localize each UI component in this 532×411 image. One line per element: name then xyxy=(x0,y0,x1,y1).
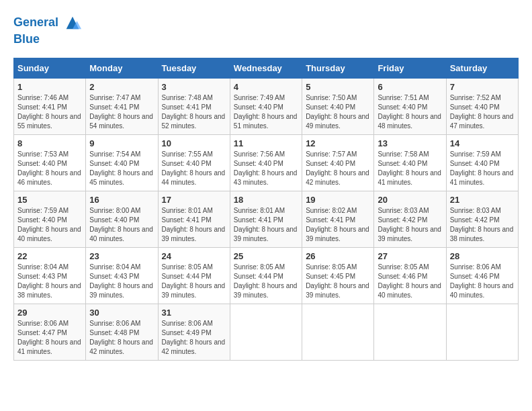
calendar-cell: 2 Sunrise: 7:47 AM Sunset: 4:41 PM Dayli… xyxy=(86,78,158,134)
day-info: Sunrise: 7:51 AM Sunset: 4:40 PM Dayligh… xyxy=(378,93,442,131)
calendar-cell: 19 Sunrise: 8:02 AM Sunset: 4:41 PM Dayl… xyxy=(302,191,374,247)
day-info: Sunrise: 7:48 AM Sunset: 4:41 PM Dayligh… xyxy=(162,93,226,131)
day-number: 2 xyxy=(89,82,154,92)
calendar-cell: 26 Sunrise: 8:05 AM Sunset: 4:45 PM Dayl… xyxy=(302,247,374,304)
calendar-cell: 31 Sunrise: 8:06 AM Sunset: 4:49 PM Dayl… xyxy=(158,304,230,360)
calendar-cell: 1 Sunrise: 7:46 AM Sunset: 4:41 PM Dayli… xyxy=(14,78,86,134)
day-number: 13 xyxy=(378,138,442,148)
calendar-cell: 14 Sunrise: 7:59 AM Sunset: 4:40 PM Dayl… xyxy=(446,134,518,191)
calendar-cell: 10 Sunrise: 7:55 AM Sunset: 4:40 PM Dayl… xyxy=(158,134,230,191)
day-info: Sunrise: 8:06 AM Sunset: 4:49 PM Dayligh… xyxy=(162,319,226,357)
calendar-cell: 25 Sunrise: 8:05 AM Sunset: 4:44 PM Dayl… xyxy=(230,247,302,304)
day-info: Sunrise: 8:03 AM Sunset: 4:42 PM Dayligh… xyxy=(378,206,442,244)
day-number: 7 xyxy=(450,82,515,92)
day-info: Sunrise: 8:05 AM Sunset: 4:44 PM Dayligh… xyxy=(234,263,298,300)
calendar-cell: 11 Sunrise: 7:56 AM Sunset: 4:40 PM Dayl… xyxy=(230,134,302,191)
day-info: Sunrise: 7:46 AM Sunset: 4:41 PM Dayligh… xyxy=(17,93,82,131)
weekday-header-row: SundayMondayTuesdayWednesdayThursdayFrid… xyxy=(14,58,519,78)
day-info: Sunrise: 8:05 AM Sunset: 4:46 PM Dayligh… xyxy=(378,263,442,300)
day-number: 30 xyxy=(89,308,154,318)
day-number: 20 xyxy=(378,195,442,205)
calendar-cell: 22 Sunrise: 8:04 AM Sunset: 4:43 PM Dayl… xyxy=(14,247,86,304)
calendar-cell: 30 Sunrise: 8:06 AM Sunset: 4:48 PM Dayl… xyxy=(86,304,158,360)
weekday-header: Wednesday xyxy=(230,58,302,78)
day-number: 21 xyxy=(450,195,515,205)
calendar-cell: 12 Sunrise: 7:57 AM Sunset: 4:40 PM Dayl… xyxy=(302,134,374,191)
calendar-cell: 16 Sunrise: 8:00 AM Sunset: 4:40 PM Dayl… xyxy=(86,191,158,247)
day-info: Sunrise: 8:05 AM Sunset: 4:44 PM Dayligh… xyxy=(162,263,226,300)
day-info: Sunrise: 7:59 AM Sunset: 4:40 PM Dayligh… xyxy=(17,206,82,244)
day-number: 25 xyxy=(234,251,298,261)
day-info: Sunrise: 7:59 AM Sunset: 4:40 PM Dayligh… xyxy=(450,150,515,187)
day-number: 8 xyxy=(17,138,82,148)
calendar-week-row: 8 Sunrise: 7:53 AM Sunset: 4:40 PM Dayli… xyxy=(14,134,519,191)
calendar-cell: 20 Sunrise: 8:03 AM Sunset: 4:42 PM Dayl… xyxy=(374,191,446,247)
day-number: 9 xyxy=(89,138,154,148)
day-info: Sunrise: 8:00 AM Sunset: 4:40 PM Dayligh… xyxy=(89,206,154,244)
calendar-cell: 15 Sunrise: 7:59 AM Sunset: 4:40 PM Dayl… xyxy=(14,191,86,247)
day-number: 26 xyxy=(306,251,370,261)
calendar-cell: 24 Sunrise: 8:05 AM Sunset: 4:44 PM Dayl… xyxy=(158,247,230,304)
day-info: Sunrise: 8:03 AM Sunset: 4:42 PM Dayligh… xyxy=(450,206,515,244)
calendar-table: SundayMondayTuesdayWednesdayThursdayFrid… xyxy=(13,58,519,361)
day-info: Sunrise: 7:56 AM Sunset: 4:40 PM Dayligh… xyxy=(234,150,298,187)
calendar-cell xyxy=(446,304,518,360)
day-info: Sunrise: 7:54 AM Sunset: 4:40 PM Dayligh… xyxy=(89,150,154,187)
weekday-header: Tuesday xyxy=(158,58,230,78)
calendar-cell: 6 Sunrise: 7:51 AM Sunset: 4:40 PM Dayli… xyxy=(374,78,446,134)
calendar-cell: 8 Sunrise: 7:53 AM Sunset: 4:40 PM Dayli… xyxy=(14,134,86,191)
day-number: 22 xyxy=(17,251,82,261)
calendar-cell: 5 Sunrise: 7:50 AM Sunset: 4:40 PM Dayli… xyxy=(302,78,374,134)
calendar-week-row: 15 Sunrise: 7:59 AM Sunset: 4:40 PM Dayl… xyxy=(14,191,519,247)
day-info: Sunrise: 8:04 AM Sunset: 4:43 PM Dayligh… xyxy=(89,263,154,300)
weekday-header: Sunday xyxy=(14,58,86,78)
weekday-header: Saturday xyxy=(446,58,518,78)
day-number: 5 xyxy=(306,82,370,92)
calendar-cell: 4 Sunrise: 7:49 AM Sunset: 4:40 PM Dayli… xyxy=(230,78,302,134)
calendar-cell: 3 Sunrise: 7:48 AM Sunset: 4:41 PM Dayli… xyxy=(158,78,230,134)
calendar-cell xyxy=(230,304,302,360)
calendar-cell: 28 Sunrise: 8:06 AM Sunset: 4:46 PM Dayl… xyxy=(446,247,518,304)
day-info: Sunrise: 8:05 AM Sunset: 4:45 PM Dayligh… xyxy=(306,263,370,300)
day-info: Sunrise: 7:49 AM Sunset: 4:40 PM Dayligh… xyxy=(234,93,298,131)
calendar-cell: 17 Sunrise: 8:01 AM Sunset: 4:41 PM Dayl… xyxy=(158,191,230,247)
day-info: Sunrise: 7:47 AM Sunset: 4:41 PM Dayligh… xyxy=(89,93,154,131)
day-info: Sunrise: 8:06 AM Sunset: 4:47 PM Dayligh… xyxy=(17,319,82,357)
day-number: 14 xyxy=(450,138,515,148)
day-number: 3 xyxy=(162,82,226,92)
day-number: 18 xyxy=(234,195,298,205)
day-number: 19 xyxy=(306,195,370,205)
day-info: Sunrise: 7:55 AM Sunset: 4:40 PM Dayligh… xyxy=(162,150,226,187)
calendar-cell: 23 Sunrise: 8:04 AM Sunset: 4:43 PM Dayl… xyxy=(86,247,158,304)
day-info: Sunrise: 8:01 AM Sunset: 4:41 PM Dayligh… xyxy=(162,206,226,244)
day-number: 11 xyxy=(234,138,298,148)
calendar-week-row: 29 Sunrise: 8:06 AM Sunset: 4:47 PM Dayl… xyxy=(14,304,519,360)
day-info: Sunrise: 8:06 AM Sunset: 4:48 PM Dayligh… xyxy=(89,319,154,357)
day-number: 15 xyxy=(17,195,82,205)
logo-text2: Blue xyxy=(13,32,82,47)
weekday-header: Friday xyxy=(374,58,446,78)
day-number: 29 xyxy=(17,308,82,318)
day-info: Sunrise: 8:02 AM Sunset: 4:41 PM Dayligh… xyxy=(306,206,370,244)
day-number: 6 xyxy=(378,82,442,92)
day-number: 16 xyxy=(89,195,154,205)
weekday-header: Monday xyxy=(86,58,158,78)
day-number: 12 xyxy=(306,138,370,148)
calendar-cell xyxy=(302,304,374,360)
day-info: Sunrise: 7:50 AM Sunset: 4:40 PM Dayligh… xyxy=(306,93,370,131)
day-number: 28 xyxy=(450,251,515,261)
day-number: 17 xyxy=(162,195,226,205)
weekday-header: Thursday xyxy=(302,58,374,78)
day-number: 4 xyxy=(234,82,298,92)
day-info: Sunrise: 7:57 AM Sunset: 4:40 PM Dayligh… xyxy=(306,150,370,187)
day-info: Sunrise: 8:06 AM Sunset: 4:46 PM Dayligh… xyxy=(450,263,515,300)
calendar-cell: 13 Sunrise: 7:58 AM Sunset: 4:40 PM Dayl… xyxy=(374,134,446,191)
logo: General Blue xyxy=(13,13,82,47)
day-info: Sunrise: 7:52 AM Sunset: 4:40 PM Dayligh… xyxy=(450,93,515,131)
calendar-cell: 18 Sunrise: 8:01 AM Sunset: 4:41 PM Dayl… xyxy=(230,191,302,247)
day-number: 10 xyxy=(162,138,226,148)
day-number: 24 xyxy=(162,251,226,261)
day-number: 27 xyxy=(378,251,442,261)
calendar-cell xyxy=(374,304,446,360)
calendar-cell: 7 Sunrise: 7:52 AM Sunset: 4:40 PM Dayli… xyxy=(446,78,518,134)
